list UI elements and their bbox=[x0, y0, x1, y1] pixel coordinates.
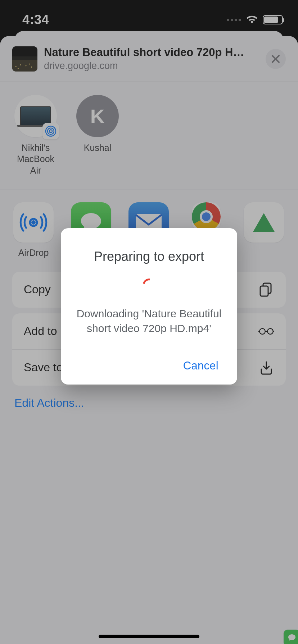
home-indicator[interactable] bbox=[99, 635, 199, 638]
dialog-spinner bbox=[75, 279, 223, 291]
dialog-actions: Cancel bbox=[75, 356, 223, 375]
dialog-title: Preparing to export bbox=[75, 249, 223, 264]
cancel-button[interactable]: Cancel bbox=[179, 356, 223, 375]
dialog-message: Downloading 'Nature Beautiful short vide… bbox=[75, 307, 223, 336]
spinner-icon bbox=[140, 276, 157, 293]
export-dialog: Preparing to export Downloading 'Nature … bbox=[61, 228, 237, 385]
